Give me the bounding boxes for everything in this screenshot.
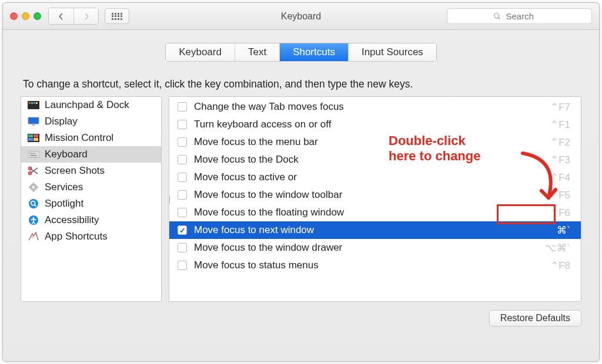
grid-icon (112, 13, 122, 20)
shortcut-key[interactable]: ⌃F8 (537, 259, 573, 272)
svg-rect-5 (34, 102, 35, 104)
category-label: Display (45, 116, 78, 127)
svg-rect-11 (34, 134, 38, 137)
spotlight-icon (27, 199, 40, 208)
shortcut-label: Move focus to next window (194, 224, 530, 236)
category-label: App Shortcuts (45, 231, 108, 242)
search-field[interactable] (447, 8, 592, 24)
shortcut-key[interactable]: ⌃F1 (537, 119, 573, 131)
svg-rect-10 (28, 134, 33, 137)
shortcut-row[interactable]: Move focus to next window⌘` (169, 221, 581, 239)
category-list[interactable]: Launchpad & DockDisplayMission ControlKe… (21, 96, 162, 302)
tab-shortcuts[interactable]: Shortcuts (279, 43, 348, 61)
accessibility-icon (27, 215, 40, 225)
shortcut-checkbox[interactable] (178, 137, 187, 147)
zoom-icon[interactable] (34, 12, 41, 20)
svg-point-0 (494, 13, 499, 18)
shortcut-label: Move focus to the floating window (194, 207, 530, 218)
category-label: Keyboard (45, 149, 88, 160)
shortcut-row[interactable]: Change the way Tab moves focus⌃F7 (169, 98, 581, 116)
shortcut-row[interactable]: Move focus to the floating window⌃F6 (169, 204, 581, 221)
minimize-icon[interactable] (22, 12, 29, 20)
category-accessibility[interactable]: Accessibility (21, 212, 161, 228)
shortcut-checkbox[interactable] (178, 155, 187, 164)
gear-icon (27, 183, 40, 192)
shortcut-checkbox[interactable] (178, 208, 187, 217)
shortcut-checkbox[interactable] (178, 190, 187, 200)
svg-rect-14 (28, 151, 39, 158)
shortcut-row[interactable]: Move focus to the Dock⌃F3 (169, 151, 581, 168)
shortcut-key[interactable]: ⌘` (537, 224, 573, 237)
mission-icon (27, 133, 40, 143)
shortcut-row[interactable]: Move focus to the menu bar⌃F2 (169, 133, 581, 151)
shortcut-label: Move focus to the window drawer (194, 242, 530, 254)
restore-defaults-button[interactable]: Restore Defaults (489, 310, 581, 326)
shortcut-row[interactable]: Move focus to status menus⌃F8 (169, 257, 581, 274)
category-spotlight[interactable]: Spotlight (21, 196, 161, 212)
svg-point-28 (29, 199, 38, 208)
svg-rect-15 (29, 153, 31, 154)
shortcut-checkbox[interactable] (178, 261, 187, 270)
tab-input-sources[interactable]: Input Sources (348, 43, 436, 61)
shortcut-label: Move focus to active or (194, 171, 530, 183)
shortcut-checkbox[interactable] (178, 243, 187, 252)
shortcut-label: Move focus to the Dock (194, 154, 530, 166)
category-keyboard[interactable]: Keyboard (21, 146, 161, 163)
shortcut-checkbox[interactable] (178, 173, 187, 182)
tab-keyboard[interactable]: Keyboard (166, 43, 235, 61)
svg-rect-12 (28, 138, 33, 141)
shortcut-key[interactable]: ⌥⌘` (537, 242, 573, 254)
shortcut-key[interactable]: ⌃F5 (537, 189, 573, 201)
shortcut-key[interactable]: ⌃F4 (537, 171, 573, 184)
category-app-shortcuts[interactable]: App Shortcuts (21, 228, 161, 245)
svg-rect-19 (31, 155, 37, 156)
apps-icon (27, 232, 40, 241)
svg-point-32 (32, 217, 34, 219)
shortcut-key[interactable]: ⌃F6 (537, 207, 573, 219)
shortcut-row[interactable]: Move focus to the window drawer⌥⌘` (169, 239, 581, 257)
svg-line-1 (498, 17, 500, 19)
category-screen-shots[interactable]: Screen Shots (21, 163, 161, 179)
search-input[interactable] (505, 11, 546, 22)
shortcut-checkbox[interactable] (178, 120, 187, 129)
shortcut-key[interactable]: ⌃F7 (537, 101, 573, 113)
svg-rect-6 (36, 102, 38, 104)
display-icon (27, 117, 40, 126)
shortcut-label: Move focus to the window toolbar (194, 189, 530, 201)
scissors-icon (27, 166, 40, 176)
shortcut-list[interactable]: Change the way Tab moves focus⌃F7Turn ke… (169, 96, 581, 302)
svg-rect-13 (34, 138, 38, 141)
category-display[interactable]: Display (21, 113, 161, 130)
shortcut-row[interactable]: Move focus to active or⌃F4 (169, 168, 581, 186)
back-button[interactable] (49, 8, 73, 24)
forward-button[interactable] (73, 8, 98, 24)
prefs-window: Keyboard KeyboardTextShortcutsInput Sour… (2, 2, 600, 362)
shortcut-checkbox[interactable] (178, 225, 187, 235)
shortcut-key[interactable]: ⌃F3 (537, 154, 573, 166)
shortcut-row[interactable]: Turn keyboard access on or off⌃F1 (169, 116, 581, 133)
category-launchpad-dock[interactable]: Launchpad & Dock (21, 97, 161, 113)
shortcut-checkbox[interactable] (178, 102, 187, 112)
pane-divider-handle[interactable] (169, 194, 170, 205)
tab-text[interactable]: Text (235, 43, 279, 61)
category-label: Mission Control (45, 132, 113, 144)
category-label: Accessibility (45, 214, 99, 226)
nav-back-forward (48, 8, 99, 25)
show-all-button[interactable] (105, 8, 129, 24)
category-mission-control[interactable]: Mission Control (21, 130, 161, 146)
shortcut-row[interactable]: Move focus to the window toolbar⌃F5 (169, 186, 581, 204)
category-label: Services (45, 181, 83, 193)
shortcut-label: Move focus to status menus (194, 259, 530, 271)
search-icon (493, 12, 501, 21)
shortcut-label: Turn keyboard access on or off (194, 119, 530, 130)
shortcut-key[interactable]: ⌃F2 (537, 136, 573, 149)
keyboard-icon (27, 150, 40, 159)
shortcut-label: Move focus to the menu bar (194, 136, 530, 148)
svg-rect-7 (28, 117, 39, 124)
category-services[interactable]: Services (21, 179, 161, 196)
close-icon[interactable] (10, 12, 18, 20)
tab-bar: KeyboardTextShortcutsInput Sources (21, 43, 581, 62)
svg-point-23 (32, 186, 35, 188)
svg-rect-17 (32, 153, 34, 154)
svg-rect-3 (29, 102, 31, 104)
